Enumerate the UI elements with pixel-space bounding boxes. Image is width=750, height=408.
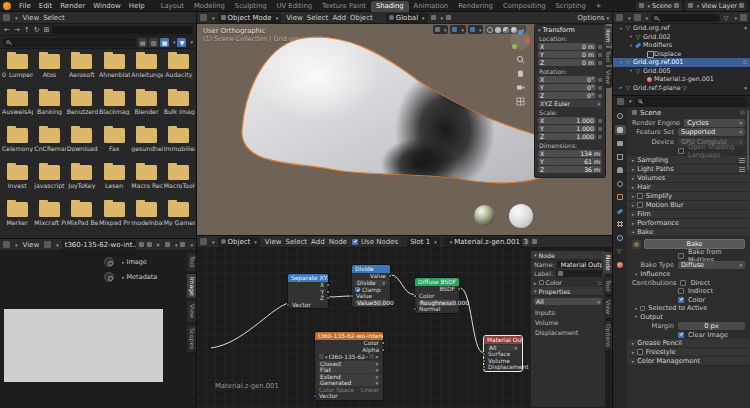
folder-item[interactable]: 0_LumpenSa... [1,51,33,88]
camera-view-icon[interactable] [516,83,525,92]
folder-item[interactable] [130,236,162,237]
lock-icon[interactable] [598,45,602,49]
panel-checkbox[interactable] [637,202,643,208]
display-thumbnails-icon[interactable]: ▦ [160,38,169,47]
output-subpanel[interactable]: Output [627,313,750,322]
outliner-settings-icon[interactable] [740,14,747,21]
chevron-down-icon[interactable]: ▾ [173,39,176,45]
dimensions-z-field[interactable]: Z36 m [538,166,602,173]
new-folder-icon[interactable]: ⊞ [43,26,51,34]
sidebar-tab[interactable]: Tool [187,253,196,271]
object-label[interactable]: Modifiers [643,41,672,49]
rotation-x-field[interactable]: X0° [538,76,596,83]
tab-render[interactable] [615,125,626,135]
node-panel-header[interactable]: ▾Node [531,251,605,260]
folder-item[interactable]: Aerosoft [66,51,98,88]
indirect-checkbox[interactable] [678,288,684,294]
outliner-row[interactable]: ▾ Grid.002 [613,33,750,42]
folder-item[interactable]: Banking [33,88,65,125]
workspace-tab[interactable]: Sculpting [230,1,272,12]
lock-icon[interactable] [598,86,602,90]
metadata-panel-toggle[interactable]: Metadata [122,273,157,281]
value-field[interactable]: Value50.000 [355,300,387,306]
properties-panel-header[interactable]: ▾Properties [531,287,605,296]
device-dropdown[interactable]: GPU Compute▾ [678,138,745,146]
image-panel-toggle[interactable]: Image [122,258,147,266]
node-diffuse-bsdf[interactable]: Diffuse BSDF BSDF Color Roughness0.000 N… [414,277,460,314]
dimensions-y-field[interactable]: Y61 m [538,158,602,165]
scene-selector[interactable]: ▾ Scene [636,1,682,11]
workspace-tab[interactable]: + [591,1,607,12]
new-scene-icon[interactable] [674,3,679,8]
folder-item[interactable] [98,236,130,237]
image-name-field[interactable]: t360-135-62-wo-int... [62,240,136,250]
white-preview-sphere[interactable] [509,204,533,228]
folder-item[interactable]: Macro Recor... [130,162,162,199]
interpolation-dropdown[interactable]: Closest▾ [318,361,380,367]
sidebar-tab[interactable]: Image [187,274,196,299]
refresh-icon[interactable]: ↻ [33,26,41,34]
fake-user-icon[interactable] [139,242,144,247]
filter-funnel-icon[interactable]: ▽ [723,14,730,21]
tab-modifiers[interactable] [615,206,626,216]
panel-header[interactable]: Film [627,210,750,219]
panel-header[interactable]: Simplify [627,192,750,201]
folder-item[interactable]: javascript_Sc... [33,162,65,199]
folder-item[interactable]: JoyToKey [66,162,98,199]
object-label[interactable]: Displace [654,50,681,58]
folder-item[interactable]: Blender [130,88,162,125]
rotation-z-field[interactable]: Z0° [538,92,596,99]
folder-item[interactable]: Merker [1,199,33,236]
sidebar-tab[interactable]: View [187,301,196,321]
tab-output[interactable] [615,138,626,148]
pin-icon[interactable] [740,110,745,115]
folder-item[interactable]: Mixcraft Pro... [33,199,65,236]
outliner-row[interactable]: Displace [613,50,750,59]
lock-icon[interactable] [598,61,602,65]
unlink-icon[interactable]: ✕ [155,242,162,248]
node-name-field[interactable]: Material Output [557,261,602,268]
row-right-icon[interactable]: ▾ [744,25,747,31]
location-z-field[interactable]: Z0 m [538,59,596,66]
folder-item[interactable]: Ahnenblatt [98,51,130,88]
filter-funnel-icon[interactable]: ▼ [177,38,186,47]
extension-dropdown[interactable]: Extend▾ [318,374,380,380]
tab-object-data[interactable]: ▽ [615,246,626,256]
selected-to-active-checkbox[interactable] [640,306,645,311]
sidebar-tab[interactable]: View [603,297,612,317]
sidebar-tab[interactable]: Options [603,321,612,350]
folder-item[interactable]: Invest [1,162,33,199]
feature-set-dropdown[interactable]: Supported▾ [678,128,745,136]
pan-hand-icon[interactable] [516,69,525,78]
workspace-tab[interactable]: Texture Paint [317,1,371,12]
object-label[interactable]: Material.z-gen.001 [654,75,714,83]
panel-checkbox[interactable] [637,193,643,199]
folder-item[interactable]: MixPad Beat... [66,199,98,236]
folder-item[interactable]: Benutzerdefi... [66,88,98,125]
input-socket[interactable] [482,359,486,363]
menu-item[interactable]: Help [125,2,149,10]
input-socket[interactable] [313,394,317,398]
chevron-down-icon[interactable]: ▾ [538,27,541,33]
view-menu[interactable]: View [21,241,42,249]
folder-item[interactable]: Bulk Image D [163,88,195,125]
up-icon[interactable]: ↑ [23,26,31,34]
folder-item[interactable]: gesundheit [130,125,162,162]
preset-list-icon[interactable] [739,158,745,163]
pin-icon[interactable] [180,242,185,247]
folder-icon[interactable] [369,354,374,359]
input-socket[interactable] [286,303,290,307]
outliner-row[interactable]: ▸ Grid.ref.f-plane ▾ [613,84,750,93]
bake-multires-checkbox[interactable] [678,253,684,259]
interface-dropdown[interactable]: All▾ [534,298,602,305]
panel-header[interactable]: Volumes [627,174,750,183]
panel-header[interactable]: Grease Pencil [627,339,750,348]
scale-x-field[interactable]: X1.000 [538,117,596,124]
lock-icon[interactable] [598,135,602,139]
editor-type-icon[interactable] [3,241,10,248]
folder-item[interactable]: Anleitungen [130,51,162,88]
workspace-tab[interactable]: Rendering [453,1,498,12]
color-checkbox[interactable] [539,280,544,285]
display-channels-icon[interactable] [165,242,170,247]
menu-item[interactable]: Select [41,14,67,22]
